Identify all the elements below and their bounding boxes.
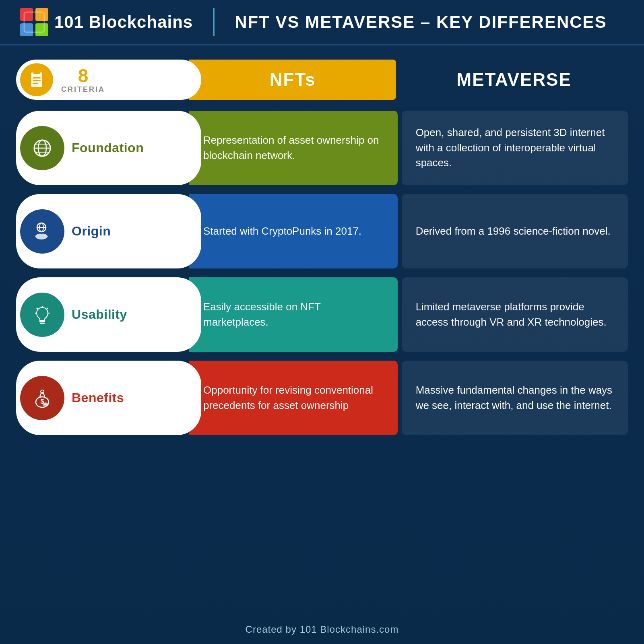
main-content: 8 CRITERIA NFTs METAVERSE (0, 45, 644, 615)
origin-nft-cell: Started with CryptoPunks in 2017. (189, 194, 398, 268)
header-title: NFT VS METAVERSE – KEY DIFFERENCES (235, 12, 607, 32)
usability-row: Usability Easily accessible on NFT marke… (16, 277, 628, 352)
criteria-number: 8 (78, 66, 89, 86)
logo-text: 101 Blockchains (54, 12, 193, 32)
header: 101 Blockchains NFT VS METAVERSE – KEY D… (0, 0, 644, 45)
svg-rect-1 (35, 8, 48, 21)
origin-nft-text: Started with CryptoPunks in 2017. (203, 224, 361, 239)
foundation-icon-wrap (20, 126, 64, 170)
origin-ring (18, 207, 67, 256)
benefits-metaverse-text: Massive fundamental changes in the ways … (416, 383, 614, 413)
svg-rect-8 (33, 77, 41, 78)
usability-icon-wrap (20, 293, 64, 337)
foundation-label-area: Foundation (16, 111, 201, 185)
benefits-label-area: $ Benefits (16, 361, 201, 435)
criteria-icon-wrap (20, 63, 53, 96)
origin-row: Origin Started with CryptoPunks in 2017.… (16, 194, 628, 268)
logo-icon (20, 8, 48, 36)
usability-nft-cell: Easily accessible on NFT marketplaces. (189, 277, 398, 352)
origin-icon-wrap (20, 209, 64, 254)
usability-label: Usability (72, 307, 127, 322)
benefits-metaverse-cell: Massive fundamental changes in the ways … (402, 361, 628, 435)
svg-rect-5 (31, 72, 42, 87)
benefits-row: $ Benefits Opportunity for revising conv… (16, 361, 628, 435)
nft-column-header: NFTs (189, 60, 396, 100)
foundation-ring (18, 124, 67, 173)
benefits-nft-text: Opportunity for revising conventional pr… (203, 383, 384, 413)
metaverse-column-header: METAVERSE (400, 60, 628, 100)
foundation-metaverse-cell: Open, shared, and persistent 3D internet… (402, 111, 628, 185)
foundation-label: Foundation (72, 140, 144, 155)
svg-rect-7 (33, 71, 40, 74)
svg-rect-3 (35, 23, 48, 36)
origin-metaverse-text: Derived from a 1996 science-fiction nove… (416, 224, 611, 239)
foundation-nft-text: Representation of asset ownership on blo… (203, 133, 384, 163)
origin-label-area: Origin (16, 194, 201, 268)
foundation-metaverse-text: Open, shared, and persistent 3D internet… (416, 125, 614, 171)
svg-rect-0 (20, 8, 33, 21)
foundation-row: Foundation Representation of asset owner… (16, 111, 628, 185)
benefits-icon-wrap: $ (20, 376, 64, 420)
criteria-word: CRITERIA (61, 86, 105, 94)
foundation-nft-cell: Representation of asset ownership on blo… (189, 111, 398, 185)
origin-metaverse-cell: Derived from a 1996 science-fiction nove… (402, 194, 628, 268)
nft-header-text: NFTs (270, 70, 316, 90)
page-container: 101 Blockchains NFT VS METAVERSE – KEY D… (0, 0, 644, 644)
benefits-label: Benefits (72, 390, 124, 405)
origin-label: Origin (72, 224, 111, 239)
criteria-header: 8 CRITERIA (16, 60, 201, 100)
metaverse-header-text: METAVERSE (456, 70, 571, 90)
benefits-nft-cell: Opportunity for revising conventional pr… (189, 361, 398, 435)
svg-rect-9 (33, 80, 41, 81)
footer-credit: Created by 101 Blockchains.com (246, 624, 399, 635)
benefits-ring (18, 374, 67, 423)
usability-nft-text: Easily accessible on NFT marketplaces. (203, 299, 384, 330)
usability-metaverse-text: Limited metaverse platforms provide acce… (416, 299, 614, 330)
criteria-badge: 8 CRITERIA (61, 66, 105, 94)
usability-label-area: Usability (16, 277, 201, 352)
svg-rect-2 (20, 23, 33, 36)
column-header-row: 8 CRITERIA NFTs METAVERSE (16, 58, 628, 102)
logo-area: 101 Blockchains (20, 8, 193, 36)
header-divider (213, 8, 215, 36)
svg-rect-10 (33, 83, 38, 84)
usability-metaverse-cell: Limited metaverse platforms provide acce… (402, 277, 628, 352)
footer: Created by 101 Blockchains.com (0, 615, 644, 644)
usability-ring (18, 290, 67, 339)
clipboard-icon (27, 70, 46, 89)
